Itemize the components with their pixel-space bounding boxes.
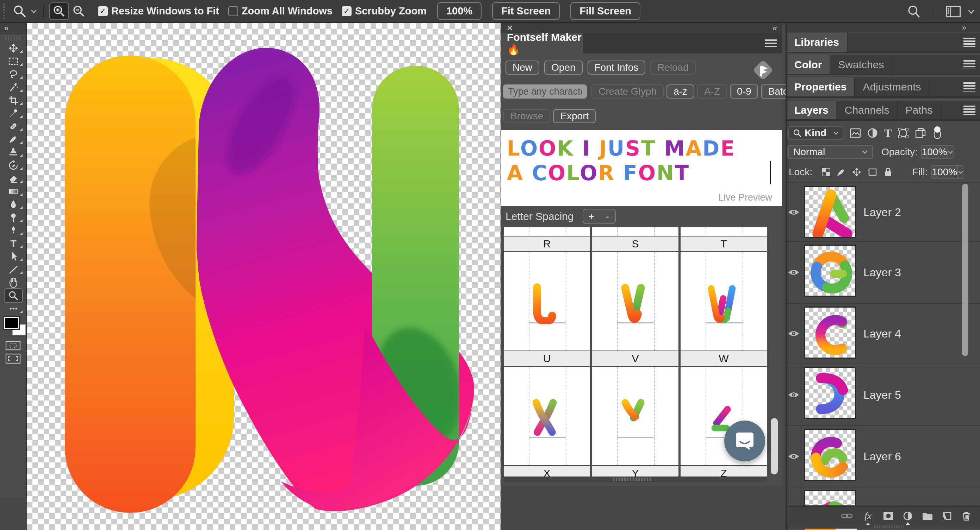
tab-properties[interactable]: Properties — [787, 78, 855, 97]
layer-name[interactable]: Layer 4 — [864, 327, 901, 340]
layer-row-layer-3[interactable]: Layer 3 — [787, 242, 980, 304]
smart-object-filter-icon[interactable] — [915, 127, 926, 139]
opacity-input[interactable]: 100% — [921, 145, 954, 159]
delete-icon[interactable] — [961, 511, 971, 521]
current-tool-zoom[interactable] — [13, 4, 37, 18]
tools-panel-collapse[interactable]: » — [0, 23, 26, 34]
panel-menu-icon[interactable] — [963, 83, 975, 92]
search-icon[interactable] — [907, 5, 921, 19]
blur-tool[interactable] — [0, 198, 27, 211]
layer-thumbnail[interactable] — [804, 306, 856, 359]
layer-thumbnail[interactable] — [804, 244, 856, 297]
zoom-in-button[interactable] — [49, 2, 69, 20]
dodge-tool[interactable] — [0, 211, 27, 224]
font-infos-button[interactable]: Font Infos — [587, 60, 646, 75]
filter-toggle-icon[interactable] — [932, 126, 942, 140]
glyph-grid-scrollbar[interactable] — [771, 418, 778, 474]
layer-row-layer-4[interactable]: Layer 4 — [787, 304, 980, 364]
layer-row-partial[interactable] — [787, 487, 980, 506]
chat-bubble-button[interactable] — [724, 421, 765, 462]
layer-thumbnail[interactable] — [804, 367, 856, 419]
browse-button[interactable]: Browse — [503, 109, 550, 123]
kind-filter-select[interactable]: Kind — [788, 126, 843, 140]
letter-spacing-minus-button[interactable]: - — [599, 209, 615, 224]
shape-layer-filter-icon[interactable] — [898, 128, 908, 138]
document-canvas[interactable] — [27, 23, 501, 530]
checkbox-resize-windows-to-fit[interactable]: ✓ Resize Windows to Fit — [98, 5, 219, 17]
new-layer-icon[interactable] — [942, 511, 952, 521]
checkbox-scrubby-zoom[interactable]: ✓ Scrubby Zoom — [342, 5, 426, 17]
workspace-icon[interactable] — [945, 5, 961, 18]
glyph-cell-u[interactable] — [504, 252, 590, 351]
move-tool[interactable] — [0, 41, 27, 54]
tab-adjustments[interactable]: Adjustments — [855, 78, 929, 97]
letter-spacing-plus-button[interactable]: + — [583, 209, 599, 224]
clone-stamp-tool[interactable] — [0, 146, 27, 159]
history-brush-tool[interactable] — [0, 159, 27, 172]
layer-thumbnail[interactable] — [804, 428, 856, 481]
a-z-button[interactable]: A-Z — [697, 84, 727, 98]
character-input[interactable] — [503, 84, 587, 98]
fit-screen-button[interactable]: Fit Screen — [492, 2, 560, 20]
layer-mask-icon[interactable] — [883, 511, 894, 520]
a-z-button[interactable]: a-z — [667, 84, 694, 98]
layer-visibility-toggle[interactable] — [787, 487, 802, 505]
glyph-cell-x[interactable] — [504, 367, 590, 465]
fill-input[interactable]: 100% — [931, 165, 963, 179]
layer-row-layer-6[interactable]: Layer 6 — [787, 426, 980, 487]
layer-visibility-toggle[interactable] — [787, 304, 802, 363]
tools-panel-grip[interactable] — [5, 35, 21, 41]
tab-swatches[interactable]: Swatches — [830, 55, 892, 74]
open-button[interactable]: Open — [544, 60, 583, 75]
hand-tool[interactable] — [0, 276, 27, 289]
layer-visibility-toggle[interactable] — [787, 242, 802, 303]
reload-button[interactable]: Reload — [650, 60, 696, 75]
panel-menu-icon[interactable] — [765, 40, 777, 48]
layer-visibility-toggle[interactable] — [787, 426, 802, 487]
glyph-cell-y[interactable] — [592, 367, 678, 465]
path-select-tool[interactable] — [0, 250, 27, 263]
panel-menu-icon[interactable] — [963, 38, 975, 47]
tab-layers[interactable]: Layers — [787, 101, 837, 119]
blend-mode-select[interactable]: Normal — [788, 145, 873, 159]
layer-visibility-toggle[interactable] — [787, 183, 802, 241]
collapse-icon[interactable]: « — [773, 23, 777, 33]
fx-icon[interactable]: fx — [862, 511, 874, 521]
glyph-grid-hscrollbar[interactable] — [504, 476, 767, 482]
eraser-tool[interactable] — [0, 172, 27, 185]
export-button[interactable]: Export — [553, 109, 596, 123]
type-tool[interactable]: T — [0, 237, 27, 250]
pen-tool[interactable] — [0, 224, 27, 237]
layer-name[interactable]: Layer 3 — [864, 266, 901, 279]
lock-paint-icon[interactable] — [836, 167, 846, 177]
lasso-tool[interactable] — [0, 68, 27, 81]
foreground-color-swatch[interactable] — [4, 317, 19, 329]
layer-thumbnail[interactable] — [804, 490, 856, 506]
layer-row-layer-2[interactable]: Layer 2 — [787, 183, 980, 242]
layer-name[interactable]: Layer 5 — [864, 388, 901, 401]
lock-artboard-icon[interactable] — [867, 167, 878, 177]
zoom-out-button[interactable] — [69, 2, 89, 20]
marquee-tool[interactable] — [0, 54, 27, 68]
lock-position-icon[interactable] — [852, 167, 862, 177]
lock-transparent-icon[interactable] — [821, 168, 830, 177]
magic-wand-tool[interactable] — [0, 81, 27, 94]
type-layer-filter-icon[interactable]: T — [884, 127, 892, 140]
layer-name[interactable]: Layer 6 — [864, 450, 901, 463]
brush-tool[interactable] — [0, 133, 27, 146]
glyph-cell-v[interactable] — [592, 252, 678, 351]
panel-menu-icon[interactable] — [963, 106, 975, 115]
new-button[interactable]: New — [506, 60, 539, 75]
layer-row-layer-5[interactable]: Layer 5 — [787, 364, 980, 426]
dock-resize-grip[interactable] — [787, 525, 980, 528]
layer-visibility-toggle[interactable] — [787, 364, 802, 425]
fontself-tab[interactable]: Fontself Maker 🔥 — [501, 33, 583, 54]
tab-paths[interactable]: Paths — [898, 101, 941, 119]
link-icon[interactable] — [841, 512, 853, 520]
options-bar-grip[interactable] — [3, 3, 5, 19]
tab-color[interactable]: Color — [787, 55, 830, 74]
line-tool[interactable] — [0, 263, 27, 276]
group-icon[interactable] — [922, 511, 933, 520]
tab-libraries[interactable]: Libraries — [787, 33, 848, 52]
tab-channels[interactable]: Channels — [837, 101, 898, 119]
